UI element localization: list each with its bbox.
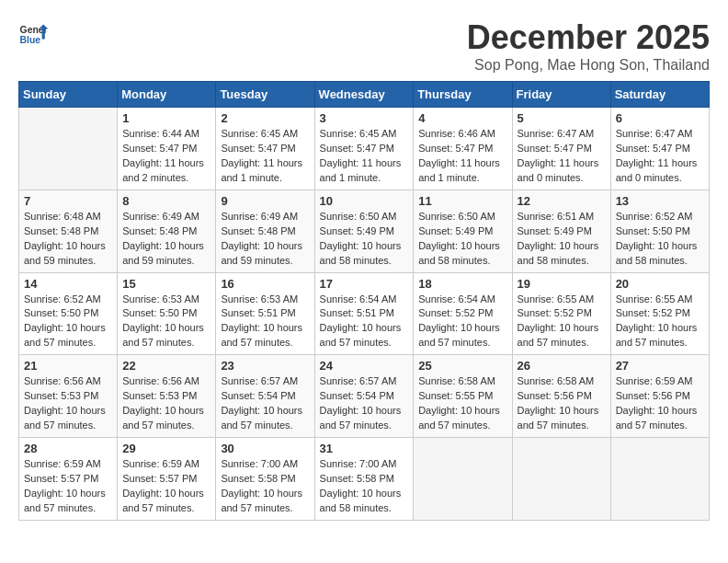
logo: General Blue	[18, 18, 48, 48]
day-number: 30	[221, 442, 309, 455]
day-number: 8	[122, 194, 210, 208]
calendar-day-cell: 12Sunrise: 6:51 AMSunset: 5:49 PMDayligh…	[512, 190, 610, 272]
calendar-day-cell	[19, 108, 118, 190]
svg-text:Blue: Blue	[20, 35, 41, 45]
day-info: Sunrise: 6:58 AMSunset: 5:55 PMDaylight:…	[418, 374, 506, 433]
day-info: Sunrise: 6:49 AMSunset: 5:48 PMDaylight:…	[221, 210, 309, 269]
weekday-header-row: SundayMondayTuesdayWednesdayThursdayFrid…	[19, 82, 710, 108]
weekday-header-cell: Sunday	[19, 82, 118, 108]
day-number: 19	[518, 277, 606, 291]
day-number: 22	[122, 359, 210, 373]
day-info: Sunrise: 6:57 AMSunset: 5:54 PMDaylight:…	[221, 374, 309, 433]
calendar-day-cell	[512, 438, 610, 521]
weekday-header-cell: Saturday	[610, 82, 709, 108]
calendar-week-row: 21Sunrise: 6:56 AMSunset: 5:53 PMDayligh…	[19, 355, 710, 438]
day-number: 18	[418, 277, 506, 291]
calendar-day-cell: 14Sunrise: 6:52 AMSunset: 5:50 PMDayligh…	[19, 272, 118, 355]
day-number: 4	[418, 111, 506, 125]
calendar-day-cell: 17Sunrise: 6:54 AMSunset: 5:51 PMDayligh…	[314, 272, 414, 355]
day-info: Sunrise: 6:47 AMSunset: 5:47 PMDaylight:…	[518, 127, 606, 186]
calendar-day-cell: 23Sunrise: 6:57 AMSunset: 5:54 PMDayligh…	[216, 355, 314, 438]
day-number: 12	[518, 194, 606, 208]
day-info: Sunrise: 6:51 AMSunset: 5:49 PMDaylight:…	[518, 210, 606, 269]
calendar-day-cell	[610, 438, 709, 521]
weekday-header-cell: Tuesday	[216, 82, 314, 108]
title-section: December 2025 Sop Pong, Mae Hong Son, Th…	[467, 18, 710, 74]
day-info: Sunrise: 6:52 AMSunset: 5:50 PMDaylight:…	[616, 210, 704, 269]
calendar-week-row: 14Sunrise: 6:52 AMSunset: 5:50 PMDayligh…	[19, 272, 710, 355]
calendar-day-cell: 25Sunrise: 6:58 AMSunset: 5:55 PMDayligh…	[414, 355, 512, 438]
calendar-day-cell: 20Sunrise: 6:55 AMSunset: 5:52 PMDayligh…	[610, 272, 709, 355]
day-info: Sunrise: 6:59 AMSunset: 5:56 PMDaylight:…	[616, 374, 704, 433]
day-number: 1	[122, 111, 210, 125]
day-number: 25	[418, 359, 506, 373]
calendar-week-row: 28Sunrise: 6:59 AMSunset: 5:57 PMDayligh…	[19, 438, 710, 521]
day-info: Sunrise: 6:58 AMSunset: 5:56 PMDaylight:…	[518, 374, 606, 433]
day-info: Sunrise: 6:46 AMSunset: 5:47 PMDaylight:…	[418, 127, 506, 186]
day-number: 27	[616, 359, 704, 373]
day-number: 23	[221, 359, 309, 373]
day-info: Sunrise: 6:50 AMSunset: 5:49 PMDaylight:…	[320, 210, 409, 269]
calendar-day-cell: 21Sunrise: 6:56 AMSunset: 5:53 PMDayligh…	[19, 355, 118, 438]
calendar-day-cell: 22Sunrise: 6:56 AMSunset: 5:53 PMDayligh…	[118, 355, 216, 438]
calendar-day-cell: 8Sunrise: 6:49 AMSunset: 5:48 PMDaylight…	[118, 190, 216, 272]
day-info: Sunrise: 6:55 AMSunset: 5:52 PMDaylight:…	[616, 293, 704, 351]
day-info: Sunrise: 6:59 AMSunset: 5:57 PMDaylight:…	[122, 457, 210, 516]
logo-icon: General Blue	[18, 18, 48, 48]
day-info: Sunrise: 6:45 AMSunset: 5:47 PMDaylight:…	[320, 127, 409, 186]
page-header: General Blue December 2025 Sop Pong, Mae…	[18, 18, 710, 74]
day-number: 21	[24, 359, 112, 373]
calendar-day-cell: 26Sunrise: 6:58 AMSunset: 5:56 PMDayligh…	[512, 355, 610, 438]
day-info: Sunrise: 6:52 AMSunset: 5:50 PMDaylight:…	[24, 293, 112, 351]
calendar-day-cell: 19Sunrise: 6:55 AMSunset: 5:52 PMDayligh…	[512, 272, 610, 355]
day-info: Sunrise: 7:00 AMSunset: 5:58 PMDaylight:…	[320, 457, 409, 516]
calendar-week-row: 1Sunrise: 6:44 AMSunset: 5:47 PMDaylight…	[19, 108, 710, 190]
month-title: December 2025	[467, 18, 710, 57]
day-number: 3	[320, 111, 409, 125]
calendar-day-cell: 31Sunrise: 7:00 AMSunset: 5:58 PMDayligh…	[314, 438, 414, 521]
calendar-day-cell: 10Sunrise: 6:50 AMSunset: 5:49 PMDayligh…	[314, 190, 414, 272]
day-number: 20	[616, 277, 704, 291]
calendar-day-cell: 15Sunrise: 6:53 AMSunset: 5:50 PMDayligh…	[118, 272, 216, 355]
day-number: 2	[221, 111, 309, 125]
day-info: Sunrise: 6:56 AMSunset: 5:53 PMDaylight:…	[24, 374, 112, 433]
day-number: 11	[418, 194, 506, 208]
calendar-table: SundayMondayTuesdayWednesdayThursdayFrid…	[18, 81, 710, 521]
day-info: Sunrise: 6:47 AMSunset: 5:47 PMDaylight:…	[616, 127, 704, 186]
day-number: 13	[616, 194, 704, 208]
day-number: 16	[221, 277, 309, 291]
day-number: 5	[518, 111, 606, 125]
calendar-day-cell: 4Sunrise: 6:46 AMSunset: 5:47 PMDaylight…	[414, 108, 512, 190]
day-info: Sunrise: 6:53 AMSunset: 5:51 PMDaylight:…	[221, 293, 309, 351]
calendar-day-cell: 11Sunrise: 6:50 AMSunset: 5:49 PMDayligh…	[414, 190, 512, 272]
day-number: 15	[122, 277, 210, 291]
calendar-day-cell: 30Sunrise: 7:00 AMSunset: 5:58 PMDayligh…	[216, 438, 314, 521]
day-number: 7	[24, 194, 112, 208]
day-info: Sunrise: 6:55 AMSunset: 5:52 PMDaylight:…	[518, 293, 606, 351]
weekday-header-cell: Thursday	[414, 82, 512, 108]
day-info: Sunrise: 6:56 AMSunset: 5:53 PMDaylight:…	[122, 374, 210, 433]
day-number: 31	[320, 442, 409, 455]
calendar-day-cell: 16Sunrise: 6:53 AMSunset: 5:51 PMDayligh…	[216, 272, 314, 355]
day-number: 6	[616, 111, 704, 125]
day-number: 24	[320, 359, 409, 373]
calendar-day-cell: 13Sunrise: 6:52 AMSunset: 5:50 PMDayligh…	[610, 190, 709, 272]
day-info: Sunrise: 6:54 AMSunset: 5:51 PMDaylight:…	[320, 293, 409, 351]
day-info: Sunrise: 6:48 AMSunset: 5:48 PMDaylight:…	[24, 210, 112, 269]
day-number: 29	[122, 442, 210, 455]
calendar-day-cell: 9Sunrise: 6:49 AMSunset: 5:48 PMDaylight…	[216, 190, 314, 272]
calendar-day-cell: 6Sunrise: 6:47 AMSunset: 5:47 PMDaylight…	[610, 108, 709, 190]
location-title: Sop Pong, Mae Hong Son, Thailand	[467, 57, 710, 74]
day-number: 28	[24, 442, 112, 455]
calendar-day-cell: 5Sunrise: 6:47 AMSunset: 5:47 PMDaylight…	[512, 108, 610, 190]
day-number: 17	[320, 277, 409, 291]
day-number: 14	[24, 277, 112, 291]
day-info: Sunrise: 6:54 AMSunset: 5:52 PMDaylight:…	[418, 293, 506, 351]
calendar-day-cell: 28Sunrise: 6:59 AMSunset: 5:57 PMDayligh…	[19, 438, 118, 521]
day-info: Sunrise: 6:50 AMSunset: 5:49 PMDaylight:…	[418, 210, 506, 269]
day-info: Sunrise: 6:45 AMSunset: 5:47 PMDaylight:…	[221, 127, 309, 186]
weekday-header-cell: Monday	[118, 82, 216, 108]
calendar-day-cell: 3Sunrise: 6:45 AMSunset: 5:47 PMDaylight…	[314, 108, 414, 190]
calendar-week-row: 7Sunrise: 6:48 AMSunset: 5:48 PMDaylight…	[19, 190, 710, 272]
weekday-header-cell: Wednesday	[314, 82, 414, 108]
